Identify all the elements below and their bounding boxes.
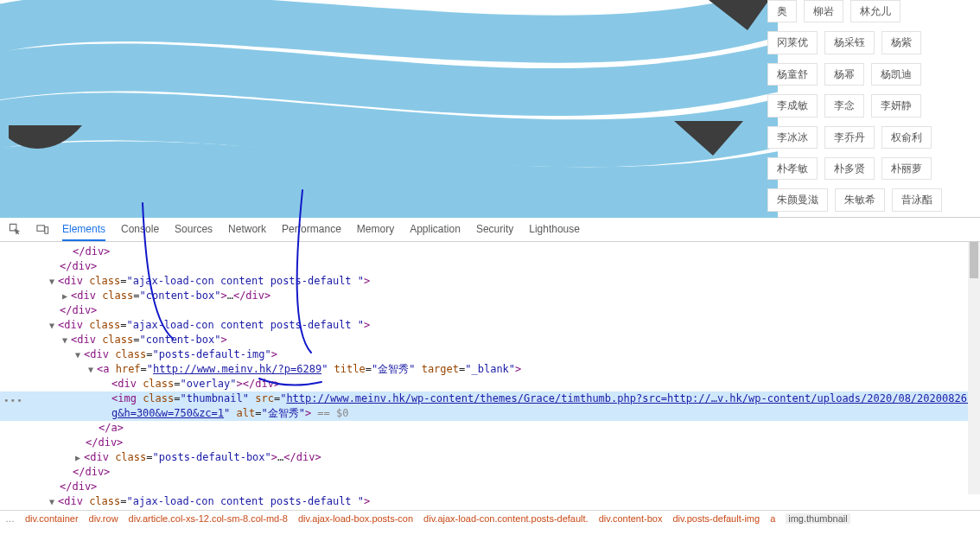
- page-content-region: 奥柳岩林允儿 冈莱优杨采钰杨紫 杨童舒杨幂杨凯迪 李成敏李念李妍静 李冰冰李乔丹…: [0, 0, 980, 218]
- tag-item[interactable]: 朴多贤: [824, 157, 875, 180]
- crumb-item-selected[interactable]: img.thumbnail: [786, 513, 850, 524]
- tag-item[interactable]: 朴丽萝: [881, 157, 932, 180]
- tag-item[interactable]: 杨凯迪: [871, 63, 921, 86]
- elements-dom-tree[interactable]: ••• </div> </div> ▼<div class="ajax-load…: [0, 242, 980, 510]
- tab-console[interactable]: Console: [121, 218, 159, 241]
- devtools-tabs: Elements Console Sources Network Perform…: [62, 218, 580, 241]
- tag-item[interactable]: 李冰冰: [767, 126, 818, 149]
- dom-breadcrumb[interactable]: … div.container div.row div.article.col-…: [0, 510, 980, 525]
- tab-network[interactable]: Network: [228, 218, 266, 241]
- sidebar-tags-panel: 奥柳岩林允儿 冈莱优杨采钰杨紫 杨童舒杨幂杨凯迪 李成敏李念李妍静 李冰冰李乔丹…: [764, 0, 980, 218]
- svg-rect-1: [44, 227, 48, 234]
- tab-performance[interactable]: Performance: [282, 218, 341, 241]
- tab-lighthouse[interactable]: Lighthouse: [529, 218, 580, 241]
- tab-security[interactable]: Security: [476, 218, 513, 241]
- crumb-item[interactable]: div.posts-default-img: [672, 513, 760, 524]
- tag-item[interactable]: 杨幂: [824, 63, 864, 86]
- tag-item[interactable]: 奥: [767, 0, 797, 22]
- tag-item[interactable]: 李乔丹: [824, 126, 875, 149]
- vertical-scrollbar[interactable]: [968, 242, 980, 494]
- gutter-overflow-icon[interactable]: •••: [3, 393, 23, 408]
- tag-item[interactable]: 李成敏: [767, 94, 818, 117]
- crumb-item[interactable]: div.ajax-load-box.posts-con: [298, 513, 413, 524]
- scrollbar-thumb[interactable]: [970, 242, 978, 278]
- tag-item[interactable]: 李念: [824, 94, 864, 117]
- tag-item[interactable]: 杨采钰: [824, 31, 875, 54]
- tag-item[interactable]: 柳岩: [804, 0, 843, 22]
- tag-item[interactable]: 昔泳酯: [892, 188, 942, 211]
- devtools-panel: Elements Console Sources Network Perform…: [0, 218, 980, 525]
- tag-item[interactable]: 冈莱优: [767, 31, 818, 54]
- tag-item[interactable]: 朴孝敏: [767, 157, 818, 180]
- tag-item[interactable]: 朱敏希: [835, 188, 885, 211]
- crumb-item[interactable]: div.row: [89, 513, 118, 524]
- tab-application[interactable]: Application: [410, 218, 461, 241]
- main-content-thumbnails: [0, 0, 760, 218]
- crumb-item[interactable]: div.content-box: [599, 513, 663, 524]
- tag-item[interactable]: 杨童舒: [767, 63, 818, 86]
- redaction-scribble: [0, 0, 778, 218]
- tag-item[interactable]: 杨紫: [881, 31, 921, 54]
- tag-item[interactable]: 朱颜曼滋: [767, 188, 828, 211]
- tab-elements[interactable]: Elements: [62, 218, 105, 241]
- tag-item[interactable]: 李妍静: [871, 94, 921, 117]
- svg-rect-0: [36, 226, 43, 232]
- tag-item[interactable]: 林允儿: [850, 0, 900, 22]
- crumb-item[interactable]: div.container: [25, 513, 79, 524]
- tab-sources[interactable]: Sources: [175, 218, 213, 241]
- tag-item[interactable]: 权俞利: [881, 126, 932, 149]
- crumb-item[interactable]: div.article.col-xs-12.col-sm-8.col-md-8: [129, 513, 288, 524]
- crumb-overflow[interactable]: …: [5, 513, 15, 524]
- crumb-item[interactable]: a: [770, 513, 775, 524]
- inspect-element-icon[interactable]: [7, 222, 22, 238]
- device-toolbar-icon[interactable]: [35, 222, 50, 238]
- devtools-toolbar: Elements Console Sources Network Perform…: [0, 218, 980, 242]
- tab-memory[interactable]: Memory: [357, 218, 394, 241]
- crumb-item[interactable]: div.ajax-load-con.content.posts-default.: [423, 513, 589, 524]
